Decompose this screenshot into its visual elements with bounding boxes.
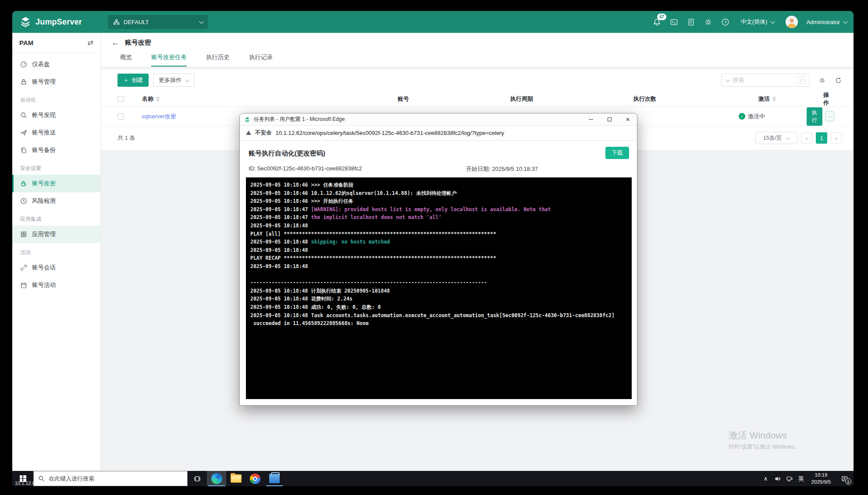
tray-expand-chevron-icon[interactable]: ∧ (760, 471, 772, 486)
sidebar-item[interactable]: 账号活动 (12, 276, 100, 294)
log-line: 2025-09-05 10:18:47 [WARNING]: provided … (250, 205, 627, 214)
org-selector[interactable]: DEFAULT (108, 15, 208, 29)
desktop-screen: JumpServer DEFAULT 47 ? (12, 11, 854, 486)
user-menu[interactable]: Administrator (806, 19, 847, 25)
log-line: 2025-09-05 10:18:48 计划执行结束 20250905-1018… (250, 287, 627, 295)
log-line: PLAY RECAP *****************************… (250, 254, 627, 262)
system-tray: ∧ 英 10:19 2025/9/5 2 (760, 471, 854, 486)
action-center-button[interactable]: 2 (835, 471, 854, 486)
prev-page-button[interactable]: ‹ (801, 132, 812, 144)
search-icon (38, 475, 45, 482)
tab-item[interactable]: 概览 (120, 53, 132, 67)
sidebar-group-label: 应用集成 (20, 216, 100, 224)
column-header: 执行周期 (465, 95, 579, 103)
task-name-link[interactable]: sqlserver改密 (142, 113, 176, 120)
web-terminal-icon[interactable] (670, 18, 679, 26)
sidebar-item-label: 账号活动 (32, 281, 56, 289)
select-all-checkbox[interactable] (117, 96, 124, 102)
network-icon[interactable] (783, 471, 795, 486)
grid-icon (20, 231, 27, 238)
log-line: 2025-09-05 10:18:48 成功: 0, 失败: 0, 总数: 0 (250, 303, 627, 311)
search-placeholder: 搜索 (733, 76, 793, 84)
tab-item[interactable]: 执行记录 (249, 53, 273, 67)
sidebar-item[interactable]: 账号改密 (12, 175, 100, 192)
tab-active[interactable]: 账号改密任务 (151, 53, 187, 67)
taskbar-explorer-button[interactable] (226, 471, 245, 486)
edge-popup-window: 任务列表 - 用户配置 1 - Microsoft Edge ✕ 不安全 10.… (239, 113, 637, 406)
user-name: Administrator (806, 19, 840, 25)
taskbar-chrome-button[interactable] (245, 471, 265, 486)
more-actions-button[interactable]: 更多操作 (153, 74, 194, 87)
date: 2025/9/5 (807, 479, 835, 486)
sidebar-item[interactable]: 账号备份 (12, 141, 100, 159)
settings-gear-icon[interactable] (704, 18, 713, 26)
brand[interactable]: JumpServer (19, 16, 102, 28)
sidebar-item-label: 账号改密 (32, 180, 56, 187)
sidebar-item[interactable]: 仪表盘 (12, 56, 100, 73)
task-heading: 账号执行自动化(更改密码) (249, 149, 325, 158)
log-line (250, 271, 627, 279)
taskbar-clock[interactable]: 10:19 2025/9/5 (807, 472, 835, 485)
create-button[interactable]: ＋ 创建 (117, 74, 149, 87)
row-more-button[interactable]: ··· (825, 111, 834, 121)
column-header[interactable]: 激活 (711, 95, 823, 103)
calendar-icon (20, 282, 27, 289)
sidebar-item-label: 账号管理 (32, 78, 56, 86)
url-text: 10.1.12.62/core/ops/celery/task/5ec0092f… (276, 130, 504, 136)
taskbar-edge-button[interactable] (207, 471, 226, 486)
volume-icon[interactable] (772, 471, 783, 486)
window-titlebar[interactable]: 任务列表 - 用户配置 1 - Microsoft Edge ✕ (240, 113, 637, 126)
page-size-select[interactable]: 15条/页 (755, 132, 797, 144)
log-line: 2025-09-05 10:18:46 10.1.12.62的sqlserver… (250, 189, 627, 198)
help-icon[interactable]: ? (721, 18, 730, 26)
page-title: 账号改密 (125, 39, 151, 47)
sidebar-item[interactable]: 帐号发现 (12, 106, 100, 124)
input-language-indicator[interactable]: 英 (795, 471, 807, 486)
file-explorer-icon (231, 474, 242, 483)
sidebar-item[interactable]: 风险检测 (12, 192, 100, 210)
link-icon (20, 264, 27, 271)
sidebar-group-label: 自动化 (20, 96, 100, 105)
back-arrow-icon[interactable]: ← (111, 38, 119, 47)
tab-item[interactable]: 执行历史 (206, 53, 230, 67)
taskbar-search-input[interactable]: 在此键入进行搜索 (33, 471, 188, 486)
row-checkbox[interactable] (117, 113, 124, 120)
lock-icon (20, 78, 27, 85)
current-page-button[interactable]: 1 (816, 132, 827, 144)
sidebar-item[interactable]: 账号推送 (12, 124, 100, 141)
column-header[interactable]: 名称 (135, 95, 342, 103)
security-label: 不安全 (255, 129, 272, 137)
sort-caret-icon[interactable] (156, 96, 160, 102)
sidebar-item[interactable]: 账号管理 (12, 73, 100, 91)
notifications-bell-icon[interactable]: 47 (653, 18, 662, 26)
page-header: ← 账号改密 概览账号改密任务执行历史执行记录 (101, 33, 854, 67)
search-icon (20, 112, 27, 119)
close-button[interactable]: ✕ (619, 113, 637, 125)
documentation-icon[interactable] (687, 18, 696, 26)
task-view-button[interactable] (188, 471, 207, 486)
maximize-button[interactable] (600, 113, 619, 125)
task-log-terminal[interactable]: 2025-09-05 10:18:46 >>> 任务准备阶段2025-09-05… (246, 177, 632, 399)
sidebar-item-label: 账号会话 (32, 264, 56, 272)
sidebar-item-label: 账号推送 (32, 129, 56, 137)
refresh-icon[interactable] (835, 77, 842, 84)
table-settings-gear-icon[interactable] (818, 77, 826, 84)
log-line: ----------------------------------------… (250, 279, 627, 287)
language-selector[interactable]: 中文(简体) (741, 18, 774, 26)
sidebar-item-label: 仪表盘 (32, 60, 50, 68)
run-button[interactable]: 执行 (807, 107, 822, 126)
column-header: 操作 (823, 91, 854, 107)
download-button[interactable]: 下载 (605, 147, 629, 159)
sort-caret-icon[interactable] (772, 96, 776, 102)
plus-icon: ＋ (123, 76, 129, 84)
sidebar-item[interactable]: 账号会话 (12, 259, 100, 276)
address-bar[interactable]: 不安全 10.1.12.62/core/ops/celery/task/5ec0… (240, 126, 637, 141)
tab-bar: 概览账号改密任务执行历史执行记录 (101, 53, 854, 67)
taskbar-app-button[interactable] (265, 471, 284, 486)
search-input[interactable]: 搜索 / (721, 74, 810, 87)
switch-view-icon[interactable]: ⇄ (88, 39, 93, 47)
avatar[interactable] (786, 16, 798, 28)
minimize-button[interactable] (582, 113, 600, 125)
next-page-button[interactable]: › (831, 132, 842, 144)
sidebar-item[interactable]: 应用管理 (12, 226, 100, 243)
